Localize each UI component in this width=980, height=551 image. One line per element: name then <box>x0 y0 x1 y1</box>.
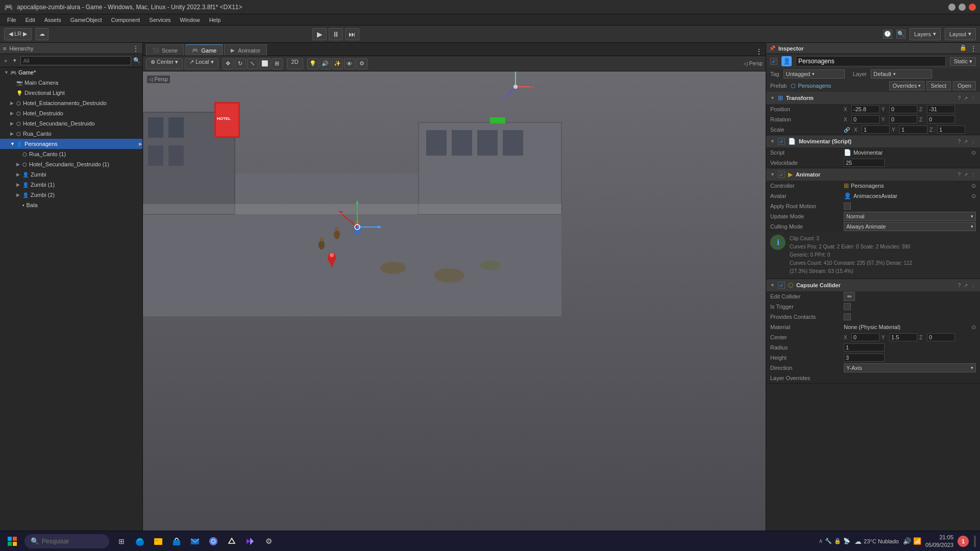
menu-file[interactable]: File <box>3 16 20 24</box>
center-z-input[interactable] <box>927 333 955 341</box>
transform-menu-icon[interactable]: ⋮ <box>971 95 976 101</box>
scale-link-icon[interactable]: 🔗 <box>844 127 850 133</box>
taskbar-clock[interactable]: 21:05 05/09/2023 <box>925 534 953 548</box>
taskbar-app-multiview[interactable]: ⊞ <box>113 533 130 549</box>
menu-services[interactable]: Services <box>145 16 175 24</box>
scale-tool[interactable]: ⤡ <box>247 58 258 69</box>
capsule-collider-header[interactable]: ▼ ✓ ⬡ Capsule Collider ? ↗ ⋮ <box>766 279 980 291</box>
light-toggle[interactable]: 💡 <box>307 58 318 69</box>
tree-expand-zumbi1[interactable]: ▶ <box>16 182 22 187</box>
collider-more-icon[interactable]: ↗ <box>964 283 968 288</box>
avatar-link-icon[interactable]: ⊙ <box>971 193 976 199</box>
hierarchy-search[interactable] <box>20 56 131 65</box>
height-input[interactable] <box>844 354 885 362</box>
tree-expand-hotel-sec[interactable]: ▶ <box>10 121 16 126</box>
transform-more-icon[interactable]: ↗ <box>964 95 968 101</box>
object-name-input[interactable] <box>796 56 946 66</box>
tree-expand-rua[interactable]: ▶ <box>10 131 16 136</box>
collider-material-link-icon[interactable]: ⊙ <box>971 324 976 331</box>
transform-tool[interactable]: ⊞ <box>272 58 283 69</box>
tree-item-hotel-sec[interactable]: ▶ ⬡ Hotel_Secundario_Destruido <box>0 118 142 129</box>
inspector-pin-icon[interactable]: 📌 <box>769 45 775 51</box>
tab-game[interactable]: 🎮 Game <box>185 44 223 56</box>
notification-badge[interactable]: 1 <box>958 536 969 547</box>
is-trigger-checkbox[interactable] <box>844 303 851 310</box>
apply-root-checkbox[interactable] <box>844 203 851 210</box>
taskbar-app-visual-studio[interactable] <box>242 533 258 549</box>
tree-expand-person[interactable]: ▼ <box>10 141 16 146</box>
fx-toggle[interactable]: ✨ <box>332 58 343 69</box>
tray-up-icon[interactable]: ∧ <box>819 538 823 544</box>
inspector-menu-btn[interactable]: ⋮ <box>970 44 977 53</box>
object-active-checkbox[interactable] <box>770 58 777 65</box>
animator-header[interactable]: ▼ ✓ ▶ Animator ? ↗ ⋮ <box>766 168 980 181</box>
layer-dropdown[interactable]: Default ▾ <box>871 69 932 79</box>
hierarchy-search-icon[interactable]: 🔍 <box>133 57 140 64</box>
tree-item-dir-light[interactable]: 💡 Directional Light <box>0 88 142 98</box>
scale-x-input[interactable] <box>862 126 890 134</box>
center-y-input[interactable] <box>889 333 917 341</box>
taskbar-search-input[interactable] <box>42 538 103 545</box>
hierarchy-add-btn[interactable]: + <box>2 58 9 64</box>
tree-item-personagens[interactable]: ▼ 👤 Personagens ▶ <box>0 139 142 149</box>
viewport-menu-btn[interactable]: ⋮ <box>755 47 763 56</box>
menu-help[interactable]: Help <box>205 16 225 24</box>
edit-collider-btn[interactable]: ✏ <box>844 292 855 301</box>
select-prefab-btn[interactable]: Select <box>926 81 951 90</box>
tab-animator[interactable]: ▶ Animator <box>224 44 267 56</box>
tree-item-zumbi2[interactable]: ▶ 👤 Zumbi (2) <box>0 190 142 200</box>
transform-header[interactable]: ▼ ⊞ Transform ? ↗ ⋮ <box>766 92 980 104</box>
provides-contacts-checkbox[interactable] <box>844 313 851 320</box>
rotation-z-input[interactable] <box>927 115 955 123</box>
menu-edit[interactable]: Edit <box>21 16 39 24</box>
culling-mode-dropdown[interactable]: Always Animate ▾ <box>844 222 976 231</box>
tree-expand-zumbi[interactable]: ▶ <box>16 172 22 177</box>
tree-expand-hotel-dest[interactable]: ▶ <box>10 111 16 116</box>
collider-menu-icon[interactable]: ⋮ <box>971 283 976 288</box>
inspector-lock-icon[interactable]: 🔒 <box>960 44 967 53</box>
scene-view-opts[interactable]: 👁 <box>344 58 355 69</box>
start-btn[interactable] <box>4 533 20 549</box>
radius-input[interactable] <box>844 343 885 352</box>
tree-item-hotel-estac[interactable]: ▶ ⬡ Hotel_Estacionamento_Destruido <box>0 98 142 108</box>
tag-dropdown[interactable]: Untagged ▾ <box>783 69 845 79</box>
rotation-y-input[interactable] <box>889 115 917 123</box>
static-badge[interactable]: Static ▾ <box>950 57 976 66</box>
animator-help-icon[interactable]: ? <box>958 172 961 178</box>
menu-window[interactable]: Window <box>176 16 204 24</box>
direction-dropdown[interactable]: Y-Axis ▾ <box>844 363 976 372</box>
search-btn[interactable]: 🔍 <box>896 30 905 39</box>
layout-btn[interactable]: Layout ▾ <box>945 28 976 40</box>
velocidade-input[interactable] <box>844 159 885 167</box>
taskbar-app-edge-icon[interactable] <box>132 533 148 549</box>
cloud-btn[interactable]: ☁ <box>36 28 48 40</box>
pause-btn[interactable]: ⏸ <box>329 28 343 40</box>
update-mode-dropdown[interactable]: Normal ▾ <box>844 212 976 221</box>
tree-item-rua-canto1[interactable]: ⬡ Rua_Canto (1) <box>0 149 142 159</box>
movimentar-more-icon[interactable]: ↗ <box>964 139 968 144</box>
taskbar-app-unity[interactable] <box>224 533 240 549</box>
taskbar-app-store[interactable] <box>168 533 185 549</box>
script-link-icon[interactable]: ⊙ <box>971 149 976 156</box>
collider-enabled-cb[interactable]: ✓ <box>778 282 785 289</box>
movimentar-header[interactable]: ▼ ✓ 📄 Movimentar (Script) ? ↗ ⋮ <box>766 135 980 147</box>
open-prefab-btn[interactable]: Open <box>953 81 976 90</box>
controller-link-icon[interactable]: ⊙ <box>971 183 976 189</box>
maximize-btn[interactable] <box>959 4 966 11</box>
hierarchy-menu-btn[interactable]: ⋮ <box>132 44 139 53</box>
rotate-tool[interactable]: ↻ <box>235 58 246 69</box>
tree-expand-hotel-sec1[interactable]: ▶ <box>16 162 22 167</box>
menu-component[interactable]: Component <box>107 16 144 24</box>
gizmos-toggle[interactable]: ⚙ <box>356 58 368 69</box>
movimentar-help-icon[interactable]: ? <box>958 139 961 144</box>
tree-item-hotel-sec1[interactable]: ▶ ⬡ Hotel_Secundario_Destruido (1) <box>0 159 142 169</box>
2d-btn[interactable]: 2D <box>287 58 303 69</box>
center-x-input[interactable] <box>851 333 879 341</box>
animator-more-icon[interactable]: ↗ <box>964 172 968 178</box>
overrides-btn[interactable]: Overrides ▾ <box>889 81 924 90</box>
tree-item-zumbi[interactable]: ▶ 👤 Zumbi <box>0 169 142 180</box>
taskbar-app-chrome[interactable] <box>205 533 222 549</box>
animator-menu-icon[interactable]: ⋮ <box>971 172 976 178</box>
close-btn[interactable] <box>969 4 976 11</box>
taskbar-app-mail[interactable] <box>187 533 203 549</box>
